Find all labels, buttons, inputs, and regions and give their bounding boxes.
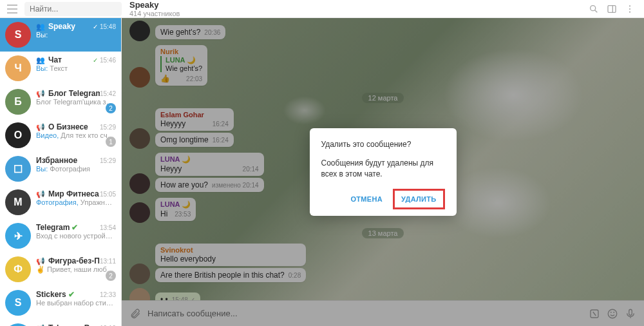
chat-time: 15:42: [100, 90, 116, 97]
delete-dialog: Удалить это сообщение? Сообщения будут у…: [310, 128, 457, 216]
chat-time: 13:11: [100, 258, 116, 265]
svg-point-4: [629, 11, 630, 12]
dialog-title: Удалить это сообщение?: [321, 140, 445, 149]
chat-time: 15:05: [100, 191, 116, 198]
chat-name: Speaky: [48, 22, 75, 31]
panel-icon[interactable]: [607, 4, 617, 14]
chat-name: Мир Фитнеса | Fi…: [48, 189, 100, 198]
chat-name: Чат: [48, 55, 62, 64]
more-icon[interactable]: [625, 4, 635, 14]
chat-name: Telegram Baza: [48, 323, 100, 326]
dialog-body: Сообщения будут удалены для всех в этом …: [321, 158, 445, 180]
chat-preview: Видео, Для тех кто счит…: [36, 131, 116, 139]
chat-name: О Бизнесе: [48, 122, 88, 131]
chat-list-item[interactable]: ✈Telegram✔13:54Вход с нового устройства.…: [0, 219, 121, 253]
chat-time: 15:29: [100, 124, 116, 131]
chat-list-item[interactable]: Б📢Telegram Baza10:19Фотография, @FORS_M…: [0, 320, 121, 326]
avatar: Б: [5, 323, 31, 326]
chat-list-item[interactable]: О📢О Бизнесе15:29Видео, Для тех кто счит……: [0, 119, 121, 152]
chat-time: 15:46: [100, 57, 116, 64]
chat-name: Stickers: [36, 290, 66, 299]
chat-time: 13:54: [100, 224, 116, 231]
chat-type-icon: 👥: [36, 23, 45, 31]
avatar: Б: [5, 89, 31, 115]
verified-icon: ✔: [71, 223, 78, 232]
delete-button[interactable]: УДАЛИТЬ: [393, 189, 445, 209]
chat-name: Блог Telegram'щ…: [48, 89, 100, 98]
chat-type-icon: 👥: [36, 56, 45, 64]
chat-list-item[interactable]: Б📢Блог Telegram'щ…15:42Блог Telegram'щик…: [0, 85, 121, 119]
unread-badge: 2: [106, 103, 116, 113]
chat-preview: Блог Telegram'щика зак…: [36, 98, 116, 106]
avatar: М: [5, 189, 31, 215]
avatar: Ф: [5, 256, 31, 282]
menu-button[interactable]: [0, 5, 24, 14]
avatar: S: [5, 290, 31, 316]
svg-point-2: [629, 5, 630, 6]
chat-time: 15:29: [100, 157, 116, 164]
search-input[interactable]: [30, 5, 117, 14]
chat-type-icon: 📢: [36, 257, 45, 265]
topbar: Speaky 414 участников: [0, 0, 644, 18]
avatar: ✈: [5, 223, 31, 249]
chat-type-icon: 📢: [36, 324, 45, 327]
hamburger-icon: [7, 5, 17, 14]
chat-preview: ✌ Привет, наши люби…: [36, 265, 116, 274]
dialog-actions: ОТМЕНА УДАЛИТЬ: [321, 189, 445, 209]
chat-name: Избранное: [36, 156, 77, 165]
avatar: S: [5, 22, 31, 48]
avatar: Ч: [5, 55, 31, 81]
chat-area: Wie geht's?20:36NurikLUNA 🌙Wie geht's?👍2…: [122, 18, 644, 326]
chat-time: 15:48: [100, 23, 116, 30]
chat-type-icon: 📢: [36, 190, 45, 198]
chat-time: 12:33: [100, 291, 116, 298]
modal-overlay[interactable]: Удалить это сообщение? Сообщения будут у…: [122, 18, 644, 326]
chat-type-icon: 📢: [36, 123, 45, 131]
avatar: ☐: [5, 156, 31, 182]
chat-list-item[interactable]: Ф📢Фигура-без-Пере…13:11✌ Привет, наши лю…: [0, 253, 121, 286]
unread-badge: 1: [106, 137, 116, 147]
chat-preview: Вход с нового устройства. А…: [36, 232, 116, 240]
svg-point-0: [591, 5, 596, 10]
chat-type-icon: 📢: [36, 90, 45, 98]
avatar: О: [5, 122, 31, 148]
chat-preview: Вы: Фотография: [36, 165, 116, 173]
chat-list-item[interactable]: ☐Избранное15:29Вы: Фотография: [0, 152, 121, 186]
chat-preview: Вы:: [36, 31, 116, 39]
chat-preview: Не выбран набор стикеро…: [36, 299, 116, 307]
verified-icon: ✔: [68, 290, 75, 299]
chat-name: Фигура-без-Пере…: [48, 256, 100, 265]
chat-list-item[interactable]: Ч👥Чат✓ 15:46Вы: Текст: [0, 52, 121, 85]
chat-name: Telegram: [36, 223, 70, 232]
chat-header-subtitle: 414 участников: [129, 10, 589, 17]
svg-rect-1: [608, 5, 616, 12]
search-icon[interactable]: [589, 4, 599, 14]
sidebar[interactable]: S👥Speaky✓ 15:48Вы: Ч👥Чат✓ 15:46Вы: Текст…: [0, 18, 122, 326]
chat-header[interactable]: Speaky 414 участников: [122, 0, 589, 17]
chat-preview: Фотография, Упражнен…: [36, 198, 116, 206]
unread-badge: 2: [106, 271, 116, 281]
header-actions: [589, 4, 644, 14]
cancel-button[interactable]: ОТМЕНА: [344, 189, 388, 209]
chat-list-item[interactable]: S👥Speaky✓ 15:48Вы:: [0, 18, 121, 52]
chat-list-item[interactable]: М📢Мир Фитнеса | Fi…15:05Фотография, Упра…: [0, 186, 121, 219]
search-wrap[interactable]: [24, 2, 122, 16]
svg-point-3: [629, 8, 630, 9]
chat-preview: Вы: Текст: [36, 64, 116, 72]
chat-header-title: Speaky: [129, 0, 589, 10]
chat-list-item[interactable]: SStickers✔12:33Не выбран набор стикеро…: [0, 286, 121, 320]
